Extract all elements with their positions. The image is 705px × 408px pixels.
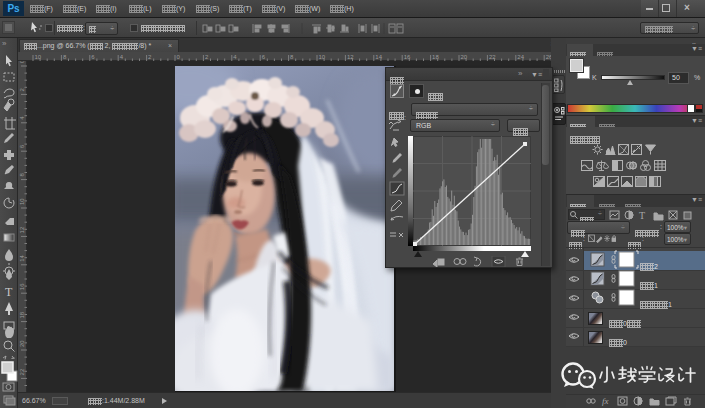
- svg-text:fx: fx: [602, 396, 609, 406]
- svg-text:10: 10: [319, 54, 326, 60]
- svg-text:6: 6: [19, 144, 25, 148]
- svg-text:10: 10: [19, 198, 25, 205]
- svg-text:0: 0: [19, 61, 25, 63]
- svg-text:20: 20: [461, 54, 468, 60]
- svg-text:8: 8: [63, 54, 67, 60]
- svg-text:»: »: [2, 39, 7, 48]
- svg-text:T: T: [639, 210, 645, 221]
- svg-text:16: 16: [19, 283, 25, 290]
- svg-text:4: 4: [19, 116, 25, 120]
- svg-text:14: 14: [375, 54, 382, 60]
- svg-text:24: 24: [517, 54, 524, 60]
- svg-text:8: 8: [19, 173, 25, 177]
- svg-text:10: 10: [35, 54, 42, 60]
- svg-text:12: 12: [347, 54, 354, 60]
- svg-text:12: 12: [19, 226, 25, 233]
- svg-text:20: 20: [19, 340, 25, 347]
- svg-text:22: 22: [19, 368, 25, 375]
- svg-text:4: 4: [233, 54, 237, 60]
- svg-text:4: 4: [120, 54, 124, 60]
- svg-text:18: 18: [432, 54, 439, 60]
- svg-text:14: 14: [19, 254, 25, 261]
- svg-text:6: 6: [262, 54, 266, 60]
- svg-text:6: 6: [91, 54, 95, 60]
- svg-text:T: T: [5, 285, 13, 299]
- svg-text:2: 2: [148, 54, 152, 60]
- svg-text:2: 2: [205, 54, 209, 60]
- svg-text:22: 22: [489, 54, 496, 60]
- svg-text:8: 8: [290, 54, 294, 60]
- svg-text:0: 0: [177, 54, 181, 60]
- svg-text:16: 16: [404, 54, 411, 60]
- svg-text:18: 18: [19, 311, 25, 318]
- svg-text:2: 2: [19, 87, 25, 91]
